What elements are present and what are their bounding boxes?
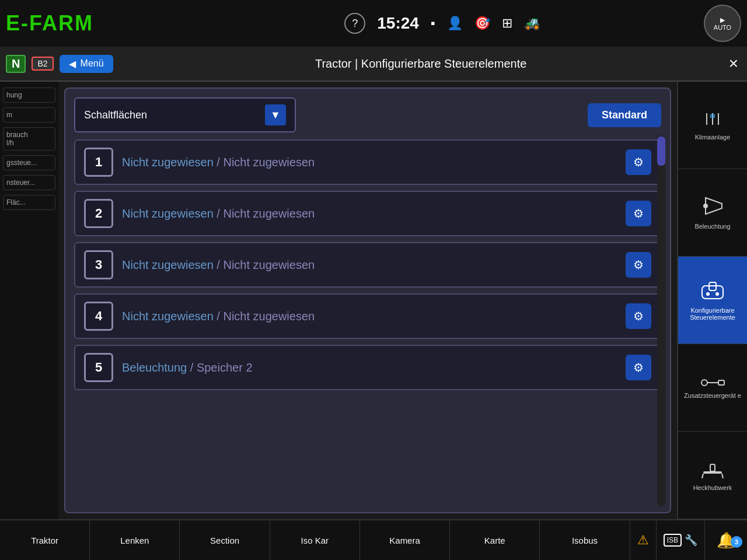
tab-isobus[interactable]: Isobus bbox=[540, 520, 630, 560]
item-separator: / bbox=[217, 207, 223, 220]
item-text-part1: Nicht zugewiesen bbox=[122, 310, 214, 323]
speedometer-icon[interactable]: 🎯 bbox=[474, 16, 490, 31]
tab-iso-kar-label: Iso Kar bbox=[301, 536, 329, 545]
help-icon[interactable]: ? bbox=[344, 13, 365, 34]
menu-button[interactable]: ◀ Menü bbox=[60, 55, 113, 73]
item-number-1: 1 bbox=[84, 148, 113, 177]
record-dot-icon: ▪ bbox=[431, 16, 435, 31]
item-text-part2: Nicht zugewiesen bbox=[223, 258, 315, 271]
tab-karte-label: Karte bbox=[484, 536, 505, 545]
dropdown-row: Schaltflächen ▼ Standard bbox=[74, 97, 661, 132]
gear-button-3[interactable]: ⚙ bbox=[626, 252, 651, 278]
svg-marker-4 bbox=[706, 198, 722, 214]
list-item[interactable]: 5 Beleuchtung / Speicher 2 ⚙ bbox=[74, 345, 661, 390]
item-number-3: 3 bbox=[84, 250, 113, 279]
grid-icon[interactable]: ⊞ bbox=[502, 16, 512, 31]
item-separator: / bbox=[217, 258, 223, 271]
n-badge: N bbox=[6, 55, 26, 73]
scrollbar-track[interactable] bbox=[657, 135, 665, 506]
isb-area[interactable]: ISB 🔧 bbox=[657, 520, 705, 560]
item-text-5: Beleuchtung / Speicher 2 bbox=[122, 361, 617, 374]
close-button[interactable]: × bbox=[729, 54, 738, 73]
svg-rect-14 bbox=[710, 464, 715, 471]
item-text-part1: Beleuchtung bbox=[122, 361, 187, 374]
auto-button[interactable]: ▶ AUTO bbox=[704, 5, 741, 42]
sidebar-item-klimaanlage[interactable]: ❄ Klimaanlage bbox=[678, 82, 747, 169]
sidebar-item-2: m bbox=[3, 107, 55, 123]
klimaanlage-icon: ❄ bbox=[701, 110, 724, 131]
item-text-1: Nicht zugewiesen / Nicht zugewiesen bbox=[122, 156, 617, 169]
sidebar-item-6: Fläc... bbox=[3, 195, 55, 210]
user-icon[interactable]: 👤 bbox=[447, 16, 463, 31]
svg-text:❄: ❄ bbox=[709, 111, 716, 121]
item-text-3: Nicht zugewiesen / Nicht zugewiesen bbox=[122, 258, 617, 272]
top-bar: E-FARM ? 15:24 ▪ 👤 🎯 ⊞ 🚜 ▶ AUTO bbox=[0, 0, 747, 47]
gear-button-4[interactable]: ⚙ bbox=[626, 303, 651, 329]
item-separator: / bbox=[217, 310, 223, 323]
list-item[interactable]: 3 Nicht zugewiesen / Nicht zugewiesen ⚙ bbox=[74, 242, 661, 288]
svg-line-15 bbox=[702, 474, 703, 478]
beleuchtung-label: Beleuchtung bbox=[694, 223, 730, 230]
heckhubwerk-label: Heckhubwerk bbox=[693, 484, 732, 491]
dropdown-arrow-icon: ▼ bbox=[265, 104, 286, 125]
bell-count-badge: 3 bbox=[731, 536, 742, 548]
nav-bar: N B2 ◀ Menü Tractor | Konfigurierbare St… bbox=[0, 47, 747, 82]
tab-kamera[interactable]: Kamera bbox=[360, 520, 450, 560]
tab-section[interactable]: Section bbox=[180, 520, 270, 560]
tab-karte[interactable]: Karte bbox=[450, 520, 540, 560]
warning-icon-area[interactable]: ⚠ bbox=[630, 520, 657, 560]
gear-button-2[interactable]: ⚙ bbox=[626, 201, 651, 226]
item-text-part2: Nicht zugewiesen bbox=[223, 310, 315, 323]
tab-traktor[interactable]: Traktor bbox=[0, 520, 90, 560]
isb-badge: ISB bbox=[664, 534, 682, 547]
tractor-icon[interactable]: 🚜 bbox=[524, 16, 540, 31]
sidebar-item-3: brauchl/h bbox=[3, 127, 55, 150]
svg-line-16 bbox=[722, 474, 723, 478]
sidebar-item-heckhubwerk[interactable]: Heckhubwerk bbox=[678, 432, 747, 519]
klimaanlage-label: Klimaanlage bbox=[695, 134, 731, 141]
tab-lenken[interactable]: Lenken bbox=[90, 520, 180, 560]
svg-rect-12 bbox=[718, 380, 724, 385]
logo-area: E-FARM bbox=[6, 11, 134, 36]
item-separator: / bbox=[217, 156, 223, 169]
item-text-2: Nicht zugewiesen / Nicht zugewiesen bbox=[122, 207, 617, 220]
item-text-part1: Nicht zugewiesen bbox=[122, 258, 214, 271]
gear-button-1[interactable]: ⚙ bbox=[626, 149, 651, 175]
wrench-icon: 🔧 bbox=[685, 534, 697, 547]
menu-label: Menü bbox=[81, 58, 104, 69]
dropdown-label: Schaltflächen bbox=[84, 109, 147, 121]
gear-button-5[interactable]: ⚙ bbox=[626, 355, 651, 380]
page-title: Tractor | Konfigurierbare Steuerelemente bbox=[119, 57, 723, 71]
sidebar-item-4: gssteue... bbox=[3, 155, 55, 170]
top-center-icons: ? 15:24 ▪ 👤 🎯 ⊞ 🚜 bbox=[143, 13, 741, 34]
tab-traktor-label: Traktor bbox=[31, 536, 58, 545]
konfigurierbare-label: Konfigurierbare Steuerelemente bbox=[690, 307, 735, 321]
sidebar-item-1: hung bbox=[3, 88, 55, 103]
logo-text: E-FARM bbox=[6, 11, 93, 36]
tab-isobus-label: Isobus bbox=[572, 536, 598, 545]
sidebar-item-zusatzsteuergeraete[interactable]: Zusatzsteuergerät e bbox=[678, 344, 747, 432]
svg-point-5 bbox=[703, 204, 708, 208]
b2-badge: B2 bbox=[32, 57, 53, 71]
bell-notification[interactable]: 🔔 3 bbox=[705, 531, 747, 550]
sidebar-item-konfigurierbare[interactable]: Konfigurierbare Steuerelemente bbox=[678, 257, 747, 344]
item-separator: / bbox=[190, 361, 197, 374]
standard-button[interactable]: Standard bbox=[588, 103, 661, 127]
list-item[interactable]: 4 Nicht zugewiesen / Nicht zugewiesen ⚙ bbox=[74, 293, 661, 339]
tab-iso-kar[interactable]: Iso Kar bbox=[270, 520, 360, 560]
sidebar-item-beleuchtung[interactable]: Beleuchtung bbox=[678, 169, 747, 257]
item-text-part1: Nicht zugewiesen bbox=[122, 207, 214, 220]
auto-label: AUTO bbox=[714, 24, 731, 31]
list-item[interactable]: 2 Nicht zugewiesen / Nicht zugewiesen ⚙ bbox=[74, 191, 661, 236]
item-number-4: 4 bbox=[84, 302, 113, 331]
left-sidebar: hung m brauchl/h gssteue... nsteuer... F… bbox=[0, 82, 58, 519]
tab-section-label: Section bbox=[210, 536, 239, 545]
right-sidebar: ❄ Klimaanlage Beleuchtung bbox=[677, 82, 747, 519]
item-text-part2: Nicht zugewiesen bbox=[223, 207, 315, 220]
list-item[interactable]: 1 Nicht zugewiesen / Nicht zugewiesen ⚙ bbox=[74, 139, 661, 185]
item-text-part1: Nicht zugewiesen bbox=[122, 156, 214, 169]
dropdown-select[interactable]: Schaltflächen ▼ bbox=[74, 97, 296, 132]
scrollbar-thumb[interactable] bbox=[657, 136, 665, 166]
zusatz-label: Zusatzsteuergerät e bbox=[684, 392, 741, 399]
zusatz-icon bbox=[700, 377, 725, 390]
